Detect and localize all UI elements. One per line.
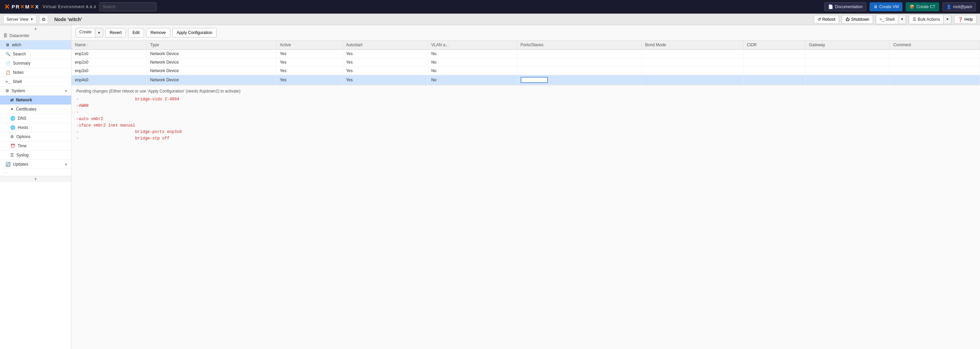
reboot-button[interactable]: ↺ Reboot <box>814 15 839 24</box>
sidebar-item-notes[interactable]: 📋 Notes <box>0 68 71 77</box>
table-row[interactable]: enp4s0Network DeviceYesYesNo <box>72 75 980 85</box>
content-toolbar: Create ▼ Revert Edit Remove Apply Config… <box>72 25 980 40</box>
shell-button[interactable]: >_ Shell <box>876 15 898 24</box>
sidebar-item-search[interactable]: 🔍 Search <box>0 50 71 59</box>
col-gateway[interactable]: Gateway <box>805 40 890 50</box>
summary-icon: 📄 <box>5 61 11 66</box>
network-table-container: Name ↑ Type Active Autostart VLAN a... P… <box>72 40 980 85</box>
table-cell <box>641 67 743 75</box>
table-cell <box>743 50 805 58</box>
create-vm-button[interactable]: 🖥 Create VM <box>870 2 902 11</box>
sidebar-item-options[interactable]: ⚙ Options <box>0 132 71 141</box>
table-row[interactable]: enp2s0Network DeviceYesYesNo <box>72 58 980 67</box>
create-dropdown-arrow[interactable]: ▼ <box>95 28 103 37</box>
secondbar: Server View ▼ ⚙ Node 'witch' ↺ Reboot ⏻ … <box>0 14 980 25</box>
table-cell <box>890 58 980 67</box>
help-icon: ❓ <box>958 17 963 22</box>
table-cell <box>805 50 890 58</box>
topbar: ✕ PR✕M✕X Virtual Environment 8.0.3 📄 Doc… <box>0 0 980 14</box>
shell-dropdown[interactable]: >_ Shell ▼ <box>876 14 906 24</box>
table-cell: Network Device <box>147 67 277 75</box>
col-vlan[interactable]: VLAN a... <box>428 40 517 50</box>
pending-line: - bridge-vids 2-4094 <box>76 96 975 103</box>
table-cell: No <box>428 50 517 58</box>
table-cell: Yes <box>276 75 342 85</box>
sidebar-item-shell[interactable]: >_ Shell <box>0 77 71 86</box>
table-cell: enp1s0 <box>72 50 147 58</box>
sidebar-scroll-down[interactable]: ▼ <box>0 176 71 182</box>
sidebar-item-node[interactable]: 🖥 witch <box>0 40 71 50</box>
revert-button[interactable]: Revert <box>105 28 126 37</box>
col-name[interactable]: Name ↑ <box>72 40 147 50</box>
table-cell: Network Device <box>147 50 277 58</box>
sidebar-item-updates[interactable]: 🔄 Updates ▼ <box>0 160 71 169</box>
search-input[interactable] <box>99 2 157 11</box>
create-ct-button[interactable]: 📦 Create CT <box>906 2 939 11</box>
sidebar-item-certificates[interactable]: ✦ Certificates <box>0 105 71 114</box>
sidebar: ▲ 🗄 Datacenter 🖥 witch 🔍 Search 📄 Summar… <box>0 25 72 349</box>
bulk-actions-arrow[interactable]: ▼ <box>943 15 951 24</box>
shutdown-button[interactable]: ⏻ Shutdown <box>842 15 873 24</box>
table-cell <box>890 50 980 58</box>
table-cell <box>743 67 805 75</box>
col-bond-mode[interactable]: Bond Mode <box>641 40 743 50</box>
options-icon: ⚙ <box>10 134 14 139</box>
pending-title: Pending changes (Either reboot or use 'A… <box>76 89 975 94</box>
create-dropdown[interactable]: Create ▼ <box>76 28 103 37</box>
node-icon: 🖥 <box>5 43 10 47</box>
table-row[interactable]: enp3s0Network DeviceYesYesNo <box>72 67 980 75</box>
table-cell: Yes <box>276 67 342 75</box>
help-button[interactable]: ❓ Help <box>954 15 977 24</box>
sidebar-datacenter[interactable]: 🗄 Datacenter <box>0 31 71 40</box>
updates-icon: 🔄 <box>5 162 11 167</box>
table-cell: Yes <box>276 50 342 58</box>
table-header: Name ↑ Type Active Autostart VLAN a... P… <box>72 40 980 50</box>
table-cell <box>743 58 805 67</box>
network-icon: ⇄ <box>10 98 14 102</box>
pending-line: -#WAN <box>76 103 975 109</box>
menu-icon: ☰ <box>913 17 916 22</box>
settings-button[interactable]: ⚙ <box>39 15 48 24</box>
apply-configuration-button[interactable]: Apply Configuration <box>172 28 217 37</box>
edit-button[interactable]: Edit <box>128 28 144 37</box>
table-cell <box>517 58 641 67</box>
sidebar-item-syslog[interactable]: ☰ Syslog <box>0 151 71 160</box>
table-cell: Network Device <box>147 58 277 67</box>
table-cell <box>805 67 890 75</box>
documentation-button[interactable]: 📄 Documentation <box>824 2 866 11</box>
table-cell: No <box>428 67 517 75</box>
shell-dropdown-arrow[interactable]: ▼ <box>898 15 906 24</box>
sidebar-item-summary[interactable]: 📄 Summary <box>0 59 71 68</box>
user-menu[interactable]: 👤 root@pam <box>943 2 976 11</box>
table-row[interactable]: enp1s0Network DeviceYesYesNo <box>72 50 980 58</box>
pending-line: - <box>76 109 975 116</box>
table-cell: Yes <box>342 75 428 85</box>
container-icon: 📦 <box>910 5 915 9</box>
view-selector[interactable]: Server View ▼ <box>3 15 37 24</box>
updates-expand-arrow: ▼ <box>64 163 68 167</box>
col-active[interactable]: Active <box>276 40 342 50</box>
table-cell <box>890 67 980 75</box>
col-ports[interactable]: Ports/Slaves <box>517 40 641 50</box>
bulk-actions-dropdown[interactable]: ☰ Bulk Actions ▼ <box>909 14 951 24</box>
col-type[interactable]: Type <box>147 40 277 50</box>
col-comment[interactable]: Comment <box>890 40 980 50</box>
sidebar-item-network[interactable]: ⇄ Network <box>0 95 71 105</box>
sidebar-item-dns[interactable]: 🌐 DNS <box>0 114 71 123</box>
bulk-actions-button[interactable]: ☰ Bulk Actions <box>909 15 943 24</box>
terminal-icon: >_ <box>880 17 884 22</box>
col-cidr[interactable]: CIDR <box>743 40 805 50</box>
reboot-icon: ↺ <box>818 17 821 22</box>
sidebar-scroll-up[interactable]: ▲ <box>0 25 71 31</box>
remove-button[interactable]: Remove <box>146 28 170 37</box>
system-icon: ⚙ <box>5 89 9 93</box>
chevron-down-icon: ▼ <box>30 17 33 21</box>
sidebar-item-time[interactable]: ⏰ Time <box>0 141 71 151</box>
create-button[interactable]: Create <box>76 28 95 37</box>
table-cell: enp3s0 <box>72 67 147 75</box>
table-cell: Yes <box>342 58 428 67</box>
sidebar-item-hosts[interactable]: 🌐 Hosts <box>0 123 71 132</box>
col-autostart[interactable]: Autostart <box>342 40 428 50</box>
sidebar-item-system[interactable]: ⚙ System ▼ <box>0 86 71 95</box>
server-view-label: Server View <box>6 17 28 22</box>
